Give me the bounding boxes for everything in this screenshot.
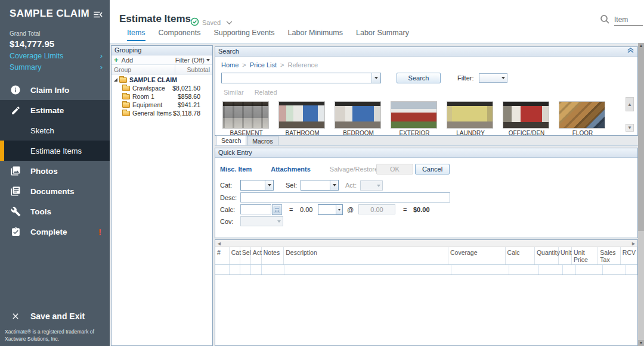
sel-input[interactable] bbox=[301, 180, 330, 190]
col-description[interactable]: Description bbox=[284, 247, 448, 264]
desc-input[interactable] bbox=[240, 192, 450, 202]
tab-search[interactable]: Search bbox=[216, 135, 246, 145]
horizontal-scrollbar[interactable]: ◄ ► bbox=[215, 240, 637, 247]
tab-macros[interactable]: Macros bbox=[247, 136, 278, 145]
lower-tab-strip: Search Macros bbox=[215, 136, 638, 146]
col-sel[interactable]: Sel bbox=[240, 247, 251, 264]
col-notes[interactable]: Notes bbox=[262, 247, 284, 264]
misc-item-link[interactable]: Misc. Item bbox=[220, 166, 252, 173]
sel-dropdown-button[interactable] bbox=[330, 180, 338, 190]
table-row-empty[interactable] bbox=[215, 265, 637, 275]
search-button[interactable]: Search bbox=[397, 73, 441, 83]
breadcrumb-price-list[interactable]: Price List bbox=[250, 61, 277, 68]
dropdown-button[interactable] bbox=[371, 73, 380, 83]
item-search-input[interactable] bbox=[614, 14, 643, 26]
category-exterior[interactable]: EXTERIOR bbox=[391, 101, 438, 136]
office-den-thumbnail bbox=[503, 101, 549, 129]
col-rcv[interactable]: RCV bbox=[621, 247, 637, 264]
chevron-right-icon: › bbox=[100, 63, 103, 71]
save-and-exit-button[interactable]: Save and Exit bbox=[0, 307, 110, 326]
scroll-down-icon[interactable]: ▼ bbox=[638, 340, 644, 346]
gallery-scrollbar[interactable]: ▲ ▼ bbox=[626, 97, 634, 132]
unit-input[interactable] bbox=[318, 205, 336, 214]
tree-expand-icon[interactable] bbox=[114, 78, 117, 82]
column-header-subtotal[interactable]: Subtotal bbox=[175, 65, 212, 74]
sidebar-item-complete[interactable]: Complete ! bbox=[0, 222, 110, 242]
calc-total-value: $0.00 bbox=[413, 206, 430, 213]
price-list-search-input[interactable] bbox=[222, 73, 371, 83]
sidebar-item-photos[interactable]: Photos bbox=[0, 161, 110, 181]
scroll-right-icon[interactable]: ► bbox=[631, 241, 636, 247]
basement-thumbnail bbox=[222, 101, 269, 129]
vertical-scrollbar[interactable]: ▲ ▼ bbox=[638, 43, 644, 346]
sidebar-item-claim-info[interactable]: Claim Info bbox=[0, 80, 110, 100]
collapse-panel-icon[interactable] bbox=[627, 47, 634, 56]
scrollbar-thumb[interactable] bbox=[638, 231, 644, 340]
sidebar-item-documents[interactable]: Documents bbox=[0, 181, 110, 201]
subtotal-value: $941.21 bbox=[178, 101, 212, 108]
calculator-icon[interactable] bbox=[272, 204, 282, 215]
col-number[interactable]: # bbox=[215, 247, 230, 264]
sidebar-item-tools[interactable]: Tools bbox=[0, 201, 110, 222]
sidebar-item-sketch[interactable]: Sketch bbox=[0, 120, 110, 141]
tree-row-crawlspace[interactable]: Crawlspace $8,021.50 bbox=[112, 84, 212, 92]
category-basement[interactable]: BASEMENT bbox=[222, 101, 270, 136]
folder-icon bbox=[122, 86, 130, 91]
category-laundry[interactable]: LAUNDRY bbox=[447, 101, 494, 136]
tab-labor-summary[interactable]: Labor Summary bbox=[356, 29, 409, 40]
bathroom-thumbnail bbox=[278, 101, 325, 129]
estimate-tabs: Items Components Supporting Events Labor… bbox=[110, 29, 644, 43]
unit-dropdown-button[interactable] bbox=[336, 205, 342, 214]
col-unit-price[interactable]: Unit Price bbox=[572, 247, 598, 264]
col-sales-tax[interactable]: Sales Tax bbox=[598, 247, 621, 264]
breadcrumb-reference: Reference bbox=[287, 61, 318, 68]
breadcrumb-home[interactable]: Home bbox=[221, 61, 239, 68]
collapse-sidebar-icon[interactable] bbox=[92, 9, 104, 22]
related-link[interactable]: Related bbox=[255, 89, 277, 96]
tree-row-room1[interactable]: Room 1 $858.60 bbox=[112, 92, 212, 101]
col-act[interactable]: Act bbox=[251, 247, 262, 264]
category-bedroom[interactable]: BEDROOM bbox=[335, 101, 382, 136]
cov-select bbox=[240, 216, 283, 226]
saved-status[interactable]: Saved bbox=[190, 17, 233, 28]
sidebar-item-estimate[interactable]: Estimate bbox=[0, 100, 110, 120]
col-cat[interactable]: Cat bbox=[230, 247, 240, 264]
folder-icon bbox=[119, 77, 127, 83]
sidebar-item-coverage-limits[interactable]: Coverage Limits › bbox=[0, 50, 110, 61]
tab-supporting-events[interactable]: Supporting Events bbox=[213, 29, 274, 40]
col-unit[interactable]: Unit bbox=[559, 247, 572, 264]
filter-select[interactable] bbox=[479, 73, 507, 83]
alert-badge: ! bbox=[98, 227, 101, 237]
scroll-up-icon[interactable]: ▲ bbox=[626, 97, 634, 111]
scroll-down-icon[interactable]: ▼ bbox=[626, 124, 634, 132]
search-icon bbox=[600, 14, 610, 26]
calc-input[interactable] bbox=[240, 204, 271, 214]
scroll-up-icon[interactable]: ▲ bbox=[638, 43, 644, 49]
sidebar-item-summary[interactable]: Summary › bbox=[0, 61, 110, 73]
col-quantity[interactable]: Quantity bbox=[535, 247, 559, 264]
filter-dropdown[interactable]: Filter (Off) bbox=[175, 57, 210, 64]
col-calc[interactable]: Calc bbox=[506, 247, 535, 264]
tab-components[interactable]: Components bbox=[159, 29, 201, 40]
sidebar: SAMPLE CLAIM Grand Total $14,777.95 Cove… bbox=[0, 0, 110, 346]
category-office-den[interactable]: OFFICE/DEN bbox=[503, 101, 550, 136]
col-coverage[interactable]: Coverage bbox=[448, 247, 506, 264]
attachments-link[interactable]: Attachments bbox=[271, 166, 311, 173]
add-group-button[interactable]: + Add bbox=[114, 55, 133, 64]
column-header-group[interactable]: Group bbox=[112, 65, 175, 74]
sidebar-item-estimate-items[interactable]: Estimate Items bbox=[0, 141, 110, 161]
cat-dropdown-button[interactable] bbox=[265, 180, 273, 190]
scroll-left-icon[interactable]: ◄ bbox=[216, 241, 222, 247]
tab-labor-minimums[interactable]: Labor Minimums bbox=[288, 29, 343, 40]
similar-link[interactable]: Similar bbox=[224, 89, 244, 96]
tab-items[interactable]: Items bbox=[127, 29, 145, 41]
tree-root-row[interactable]: SAMPLE CLAIM bbox=[112, 76, 212, 84]
quick-entry-title: Quick Entry bbox=[218, 148, 252, 157]
cancel-button[interactable]: Cancel bbox=[415, 164, 450, 174]
cat-input[interactable] bbox=[241, 180, 265, 190]
equals-sign: = bbox=[289, 206, 293, 213]
category-floor[interactable]: FLOOR bbox=[559, 101, 606, 136]
category-bathroom[interactable]: BATHROOM bbox=[278, 101, 326, 136]
tree-row-general-items[interactable]: General Items $3,118.78 bbox=[112, 109, 212, 117]
tree-row-equipment[interactable]: Equipment $941.21 bbox=[112, 101, 212, 109]
